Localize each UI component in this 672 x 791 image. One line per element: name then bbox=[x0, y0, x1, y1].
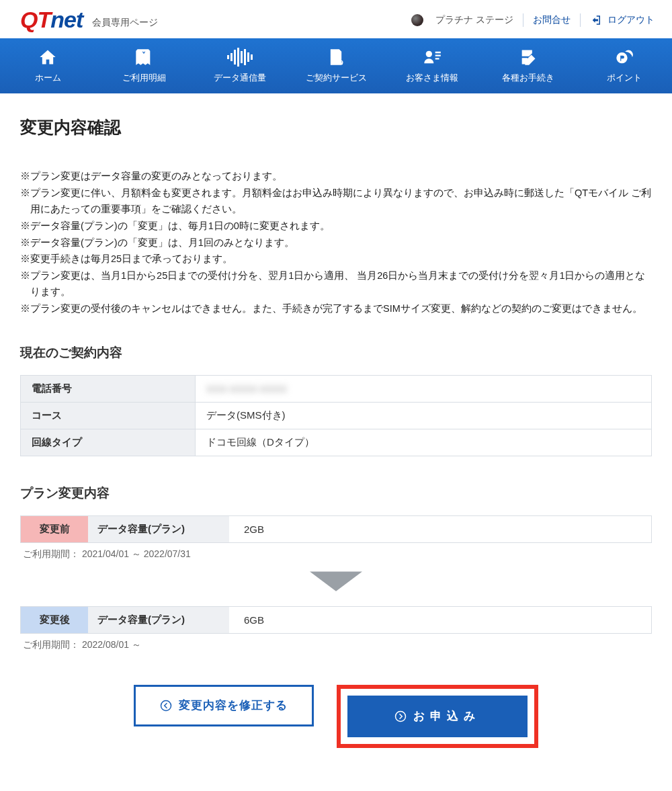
stage-label: プラチナ ステージ bbox=[435, 14, 513, 26]
circle-chevron-left-icon bbox=[160, 700, 172, 712]
nav-procedures[interactable]: 各種お手続き bbox=[480, 38, 576, 93]
row-value: ドコモ回線（Dタイプ） bbox=[196, 429, 652, 456]
plan-after-row: 変更後 データ容量(プラン) 6GB bbox=[20, 606, 652, 634]
table-row: 電話番号 XXX-XXXX-XXXX bbox=[21, 375, 652, 402]
contact-link[interactable]: お問合せ bbox=[533, 14, 571, 26]
plan-before-value: 2GB bbox=[229, 516, 651, 542]
nav-customer-info[interactable]: お客さま情報 bbox=[384, 38, 480, 93]
nav-billing[interactable]: ご利用明細 bbox=[96, 38, 192, 93]
nav-data-usage-label: データ通信量 bbox=[214, 72, 266, 84]
brand: QTnet 会員専用ページ bbox=[20, 7, 158, 33]
action-buttons: 変更内容を修正する お申込み bbox=[20, 685, 652, 748]
svg-marker-0 bbox=[310, 571, 362, 591]
note-line: ※プラン変更は、当月1日から25日までの受付け分を、翌月1日から適用、 当月26… bbox=[20, 267, 652, 300]
logout-icon bbox=[590, 14, 602, 26]
current-contract-table: 電話番号 XXX-XXXX-XXXX コース データ(SMS付き) 回線タイプ … bbox=[20, 375, 652, 456]
nav-contract-services[interactable]: ご契約サービス bbox=[288, 38, 384, 93]
user-list-icon bbox=[423, 48, 442, 67]
arrow-down-icon bbox=[20, 571, 652, 594]
nav-home-label: ホーム bbox=[35, 72, 61, 84]
svg-point-2 bbox=[396, 711, 406, 721]
edit-button[interactable]: 変更内容を修正する bbox=[134, 685, 314, 726]
logout-button[interactable]: ログアウト bbox=[590, 14, 655, 26]
note-line: ※データ容量(プラン)の「変更」は、月1回のみとなります。 bbox=[20, 235, 652, 251]
nav-contract-services-label: ご契約サービス bbox=[306, 72, 367, 84]
nav-points[interactable]: ポイント bbox=[576, 38, 672, 93]
circle-chevron-right-icon bbox=[394, 710, 407, 722]
plan-change-heading: プラン変更内容 bbox=[20, 485, 652, 502]
coins-p-icon bbox=[615, 48, 634, 67]
table-row: コース データ(SMS付き) bbox=[21, 402, 652, 429]
before-tag: 変更前 bbox=[21, 516, 88, 542]
table-row: 回線タイプ ドコモ回線（Dタイプ） bbox=[21, 429, 652, 456]
note-line: ※プラン変更に伴い、月額料金も変更されます。月額料金はお申込み時期により異なりま… bbox=[20, 185, 652, 218]
note-line: ※プラン変更の受付後のキャンセルはできません。また、手続きが完了するまでSIMサ… bbox=[20, 300, 652, 317]
submit-button[interactable]: お申込み bbox=[347, 696, 528, 737]
edit-document-icon bbox=[519, 48, 538, 67]
row-label: 電話番号 bbox=[21, 375, 196, 402]
plan-before-period: ご利用期間： 2021/04/01 ～ 2022/07/31 bbox=[23, 548, 652, 560]
main-nav: ホーム ご利用明細 データ通信量 ご契約サービス お客さま情報 各種お手続き bbox=[0, 38, 672, 93]
logo-net: net bbox=[50, 7, 83, 32]
nav-home[interactable]: ホーム bbox=[0, 38, 96, 93]
row-label: コース bbox=[21, 402, 196, 429]
plan-after-value: 6GB bbox=[229, 607, 651, 633]
submit-highlight-frame: お申込み bbox=[337, 685, 538, 748]
nav-points-label: ポイント bbox=[607, 72, 642, 84]
home-icon bbox=[38, 48, 57, 67]
top-bar: QTnet 会員専用ページ プラチナ ステージ お問合せ ログアウト bbox=[0, 0, 672, 38]
notes-block: ※プラン変更はデータ容量の変更のみとなっております。 ※プラン変更に伴い、月額料… bbox=[20, 168, 652, 317]
current-contract-heading: 現在のご契約内容 bbox=[20, 344, 652, 362]
note-line: ※変更手続きは毎月25日まで承っております。 bbox=[20, 251, 652, 267]
edit-button-label: 変更内容を修正する bbox=[179, 698, 288, 713]
nav-procedures-label: 各種お手続き bbox=[502, 72, 554, 84]
row-value: XXX-XXXX-XXXX bbox=[196, 375, 652, 402]
logo-qt: QT bbox=[20, 7, 50, 32]
waveform-icon bbox=[227, 48, 253, 67]
note-line: ※データ容量(プラン)の「変更」は、毎月1日の0時に変更されます。 bbox=[20, 218, 652, 235]
nav-data-usage[interactable]: データ通信量 bbox=[192, 38, 288, 93]
page-title: 変更内容確認 bbox=[20, 116, 652, 138]
plan-row-label: データ容量(プラン) bbox=[88, 607, 229, 633]
plan-before-row: 変更前 データ容量(プラン) 2GB bbox=[20, 515, 652, 543]
separator bbox=[523, 13, 523, 27]
svg-point-1 bbox=[161, 700, 171, 710]
row-value: データ(SMS付き) bbox=[196, 402, 652, 429]
stage-dot-icon bbox=[411, 14, 423, 26]
note-line: ※プラン変更はデータ容量の変更のみとなっております。 bbox=[20, 168, 652, 185]
separator bbox=[580, 13, 581, 27]
page-content: 変更内容確認 ※プラン変更はデータ容量の変更のみとなっております。 ※プラン変更… bbox=[0, 93, 672, 775]
brand-subtitle: 会員専用ページ bbox=[92, 17, 158, 29]
billing-icon bbox=[134, 48, 153, 67]
nav-billing-label: ご利用明細 bbox=[122, 72, 166, 84]
plan-after-period: ご利用期間： 2022/08/01 ～ bbox=[23, 639, 652, 651]
nav-customer-info-label: お客さま情報 bbox=[406, 72, 458, 84]
after-tag: 変更後 bbox=[21, 607, 88, 633]
plan-row-label: データ容量(プラン) bbox=[88, 516, 229, 542]
submit-button-label: お申込み bbox=[413, 708, 480, 724]
logout-label: ログアウト bbox=[607, 14, 655, 26]
phone-masked: XXX-XXXX-XXXX bbox=[206, 383, 287, 394]
logo: QTnet bbox=[20, 7, 83, 33]
row-label: 回線タイプ bbox=[21, 429, 196, 456]
topbar-right: プラチナ ステージ お問合せ ログアウト bbox=[411, 13, 655, 27]
document-check-icon bbox=[327, 48, 345, 67]
